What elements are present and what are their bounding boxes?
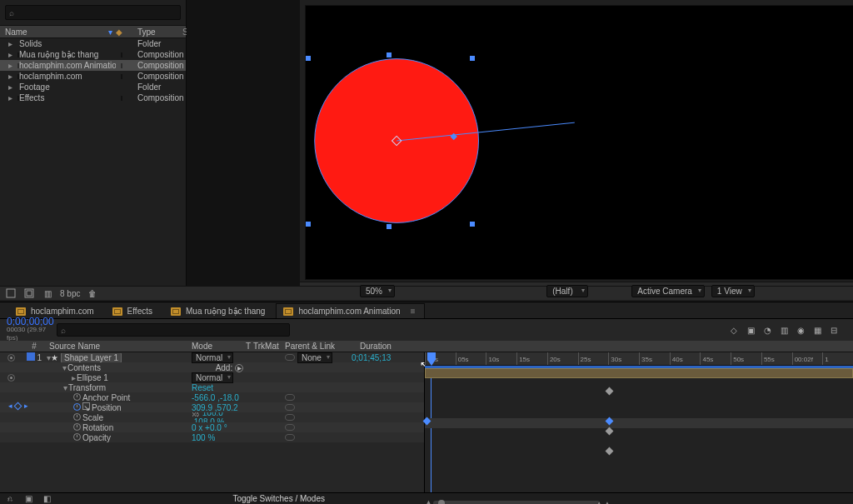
toggle-switches-button[interactable]: Toggle Switches / Modes xyxy=(232,494,325,503)
zoom-dropdown[interactable]: 50% xyxy=(360,285,395,297)
project-item[interactable]: ▸ Mua ruộng bậc thang Composition xyxy=(0,49,186,60)
project-columns-header[interactable]: Name ▾ ◆ Type Size xyxy=(0,25,186,38)
rotation-value[interactable]: 0 x +0.0 ° xyxy=(192,423,227,432)
pickwhip-icon[interactable] xyxy=(285,354,295,361)
prop-contents[interactable]: ▾Contents Add: ▸ xyxy=(0,362,424,372)
kf-prev-icon[interactable]: ◂ xyxy=(7,402,13,409)
ruler-tick[interactable]: 30s xyxy=(608,352,639,365)
timeline-tab[interactable]: Effects xyxy=(105,303,162,318)
time-ruler[interactable]: 00s05s10s15s20s25s30s35s40s45s50s55s00:0… xyxy=(425,352,853,366)
project-item[interactable]: ▸ hoclamphim.com Animation Composition xyxy=(0,60,186,71)
col-duration[interactable]: Duration xyxy=(360,342,418,351)
keyframe-icon[interactable] xyxy=(606,417,614,426)
viewport[interactable] xyxy=(305,5,853,280)
twirl-icon[interactable]: ▸ xyxy=(8,82,12,92)
col-idx[interactable]: # xyxy=(22,342,47,351)
prop-opacity[interactable]: Opacity 100 % xyxy=(0,432,424,442)
expression-pickwhip-icon[interactable] xyxy=(285,414,295,421)
zoom-out-icon[interactable]: ▲ xyxy=(425,498,432,505)
col-t[interactable]: T xyxy=(243,342,253,351)
ruler-tick[interactable]: 10s xyxy=(486,352,516,365)
timeline-graph[interactable]: 00s05s10s15s20s25s30s35s40s45s50s55s00:0… xyxy=(425,352,853,492)
project-bit-depth[interactable]: 8 bpc xyxy=(60,289,80,298)
stopwatch-icon[interactable] xyxy=(73,393,81,401)
separate-dims-icon[interactable]: ↘ xyxy=(82,402,90,410)
graph-editor-icon[interactable]: ▦ xyxy=(811,324,823,336)
layer-name[interactable]: Shape Layer 1 xyxy=(61,353,122,362)
resolution-dropdown[interactable]: (Half) xyxy=(546,285,588,297)
timeline-tab[interactable]: hoclamphim.com Animation≡ xyxy=(276,303,424,318)
timeline-tab[interactable]: Mua ruộng bậc thang xyxy=(163,303,274,318)
frame-blend-icon[interactable]: ▥ xyxy=(778,324,790,336)
twirl-icon[interactable]: ▸ xyxy=(8,93,12,102)
canvas[interactable] xyxy=(306,6,853,279)
ruler-tick[interactable]: 50s xyxy=(731,352,761,365)
prop-position[interactable]: ↘Position 309.9 ,570.2 ◂ ▸ xyxy=(0,402,424,412)
column-name[interactable]: Name xyxy=(5,27,105,37)
draft3d-icon[interactable]: ▣ xyxy=(745,324,756,336)
brainstorm-icon[interactable]: ⊟ xyxy=(828,324,840,336)
prop-ellipse[interactable]: ▸Ellipse 1 Normal xyxy=(0,372,424,382)
label-icon[interactable]: ◆ xyxy=(116,27,122,37)
view-layout-dropdown[interactable]: 1 View xyxy=(711,285,755,297)
opacity-value[interactable]: 100 % xyxy=(192,433,215,442)
position-value[interactable]: 309.9 ,570.2 xyxy=(192,403,238,412)
ruler-tick[interactable]: 1 xyxy=(822,352,853,365)
delete-icon[interactable]: 🗑 xyxy=(87,287,98,299)
prop-anchor[interactable]: Anchor Point -566.0 ,-18.0 xyxy=(0,392,424,402)
ruler-tick[interactable]: 40s xyxy=(670,352,701,365)
expression-pickwhip-icon[interactable] xyxy=(285,434,295,441)
bbox-handle-br[interactable] xyxy=(470,222,475,227)
visibility-icon[interactable] xyxy=(7,354,15,362)
col-source-name[interactable]: Source Name xyxy=(47,342,192,351)
transform-reset[interactable]: Reset xyxy=(192,383,213,392)
bbox-handle-tc[interactable] xyxy=(387,52,392,57)
stopwatch-icon[interactable] xyxy=(73,403,81,411)
sort-asc-icon[interactable]: ▾ xyxy=(108,27,112,37)
ruler-tick[interactable]: 25s xyxy=(578,352,609,365)
twirl-icon[interactable]: ▸ xyxy=(8,39,12,48)
keyframe-icon[interactable] xyxy=(423,417,431,426)
kf-next-icon[interactable]: ▸ xyxy=(22,402,29,409)
stopwatch-icon[interactable] xyxy=(73,423,81,431)
motion-blur-icon[interactable]: ◉ xyxy=(795,324,806,336)
layer-duration[interactable]: 0;01;45;13 xyxy=(352,353,391,362)
col-mode[interactable]: Mode xyxy=(192,342,243,351)
keyframe-icon[interactable] xyxy=(606,447,614,456)
expression-pickwhip-icon[interactable] xyxy=(285,394,295,401)
camera-dropdown[interactable]: Active Camera xyxy=(631,285,705,297)
timeline-search-input[interactable]: ⌕ xyxy=(57,323,290,337)
render-toggle-icon[interactable]: ▣ xyxy=(23,494,33,504)
ruler-tick[interactable]: 35s xyxy=(639,352,670,365)
new-folder-icon[interactable]: ▥ xyxy=(42,287,53,299)
timeline-timecode[interactable]: 0;00;00;00 xyxy=(7,317,57,326)
add-button-icon[interactable]: ▸ xyxy=(235,364,243,372)
layer-duration-bar[interactable] xyxy=(425,368,853,378)
bbox-handle-bl[interactable] xyxy=(306,222,311,227)
ruler-tick[interactable]: 45s xyxy=(700,352,731,365)
zoom-thumb[interactable] xyxy=(438,500,445,505)
twirl-icon[interactable]: ▸ xyxy=(8,50,12,59)
project-item[interactable]: ▸ Footage Folder xyxy=(0,82,186,92)
stopwatch-icon[interactable] xyxy=(73,413,81,421)
project-item[interactable]: ▸ Effects Composition xyxy=(0,92,186,103)
ruler-tick[interactable]: 05s xyxy=(456,352,486,365)
bbox-handle-tl[interactable] xyxy=(306,56,311,61)
new-comp-icon[interactable] xyxy=(23,287,35,299)
shy-toggle-icon[interactable]: ⎌ xyxy=(5,494,15,504)
prop-scale[interactable]: Scale ⛓ 108.0 ,108.0 % xyxy=(0,412,424,422)
keyframe-icon[interactable] xyxy=(606,387,614,396)
tab-menu-icon[interactable]: ≡ xyxy=(411,307,416,316)
stopwatch-icon[interactable] xyxy=(73,433,81,441)
interpret-footage-icon[interactable] xyxy=(5,287,17,299)
bbox-handle-tr[interactable] xyxy=(470,56,475,61)
bbox-handle-bc[interactable] xyxy=(387,224,392,229)
twirl-icon[interactable]: ▸ xyxy=(8,61,12,70)
ruler-tick[interactable]: 20s xyxy=(547,352,578,365)
ruler-tick[interactable]: 00:02f xyxy=(792,352,823,365)
visibility-icon[interactable] xyxy=(7,374,15,382)
project-search-input[interactable]: ⌕ xyxy=(5,5,181,20)
timeline-zoom-slider[interactable]: ▲ ▲▲ xyxy=(433,501,600,505)
twirl-icon[interactable]: ▸ xyxy=(8,72,12,81)
comp-mini-flowchart-icon[interactable]: ◇ xyxy=(728,324,740,336)
